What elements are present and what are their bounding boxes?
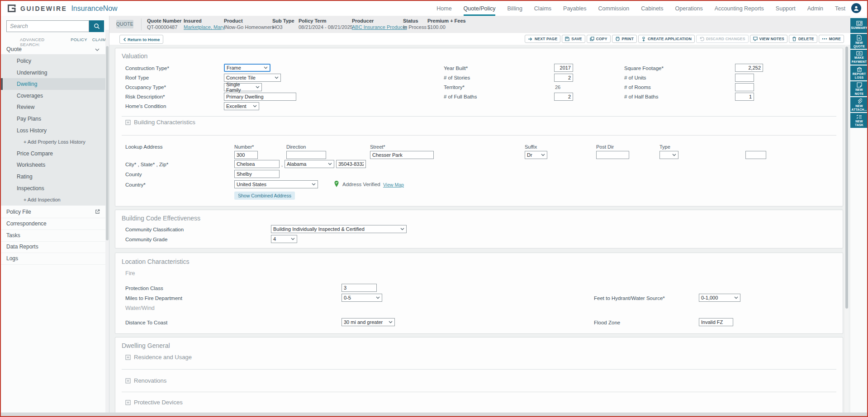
sidebar-item-underwriting[interactable]: Underwriting bbox=[1, 67, 105, 79]
new-quote-button[interactable]: NEW QUOTE bbox=[850, 34, 868, 49]
nav-cabinets[interactable]: Cabinets bbox=[641, 1, 663, 16]
building-characteristics-expander[interactable]: Building Characteristics bbox=[125, 119, 195, 126]
id-card-icon bbox=[856, 21, 863, 26]
nav-support[interactable]: Support bbox=[776, 1, 796, 16]
search-button[interactable] bbox=[89, 20, 104, 32]
sidebar-item-dwelling[interactable]: Dwelling bbox=[1, 78, 105, 90]
half-baths-input[interactable] bbox=[735, 93, 754, 101]
report-loss-button[interactable]: REPORT LOSS bbox=[850, 66, 868, 80]
content-scrollbar-thumb[interactable] bbox=[845, 47, 848, 309]
view-map-link[interactable]: View Map bbox=[383, 182, 404, 187]
state-select[interactable]: Alabama bbox=[285, 160, 334, 168]
nav-test[interactable]: Test bbox=[835, 1, 845, 16]
sidebar-item-tasks[interactable]: Tasks bbox=[1, 230, 109, 242]
occupancy-type-select[interactable]: Single Family bbox=[224, 83, 262, 91]
square-footage-input[interactable] bbox=[735, 64, 763, 72]
address-extra-input[interactable] bbox=[745, 151, 766, 159]
suffix-select[interactable]: Dr bbox=[525, 151, 547, 159]
nav-home[interactable]: Home bbox=[436, 1, 451, 16]
zip-input[interactable] bbox=[336, 160, 366, 168]
bottom-strip bbox=[1, 412, 867, 416]
sidebar-item-price-compare[interactable]: Price Compare bbox=[1, 148, 105, 159]
report-loss-icon bbox=[856, 67, 863, 72]
nav-quote-policy[interactable]: Quote/Policy bbox=[464, 1, 496, 16]
sidebar-item-add-property-loss-history[interactable]: + Add Property Loss History bbox=[1, 136, 105, 148]
sidebar-item-rating[interactable]: Rating bbox=[1, 171, 105, 183]
sidebar-item-correspondence[interactable]: Correspondence bbox=[1, 218, 109, 230]
sidebar-item-add-inspection[interactable]: + Add Inspection bbox=[1, 194, 105, 206]
stories-input[interactable] bbox=[554, 74, 573, 82]
community-classification-select[interactable]: Building Individually Inspected & Certif… bbox=[271, 225, 407, 233]
sidebar-scrollbar-thumb[interactable] bbox=[106, 46, 109, 240]
protective-devices-expander[interactable]: Protective Devices bbox=[125, 399, 183, 406]
make-payment-button[interactable]: MAKE PAYMENT bbox=[850, 50, 868, 65]
full-baths-input[interactable] bbox=[554, 93, 573, 101]
new-note-button[interactable]: NEW NOTE bbox=[850, 81, 868, 96]
discard-changes-button[interactable]: DISCARD CHANGES bbox=[696, 35, 749, 43]
view-notes-button[interactable]: VIEW NOTES bbox=[750, 35, 787, 43]
sidebar-item-inspections[interactable]: Inspections bbox=[1, 183, 105, 194]
roof-type-select[interactable]: Concrete Tile bbox=[224, 74, 281, 82]
print-button[interactable]: PRINT bbox=[612, 35, 637, 43]
feet-hydrant-select[interactable]: 0-1,000 bbox=[699, 294, 740, 302]
protection-class-input[interactable] bbox=[342, 284, 377, 292]
summary-button[interactable]: SUMMARY bbox=[850, 18, 868, 33]
sidebar-item-logs[interactable]: Logs bbox=[1, 253, 109, 265]
sidebar-item-loss-history[interactable]: Loss History bbox=[1, 125, 105, 136]
nav-payables[interactable]: Payables bbox=[563, 1, 586, 16]
community-grade-select[interactable]: 4 bbox=[271, 235, 297, 243]
save-button[interactable]: SAVE bbox=[562, 35, 585, 43]
nav-operations[interactable]: Operations bbox=[675, 1, 703, 16]
sidebar-item-coverages[interactable]: Coverages bbox=[1, 90, 105, 102]
street-input[interactable] bbox=[370, 151, 434, 159]
distance-to-coast-select[interactable]: 30 mi and greater bbox=[342, 318, 395, 326]
delete-button[interactable]: DELETE bbox=[789, 35, 817, 43]
divider bbox=[122, 116, 836, 117]
insured-link[interactable]: Marketplace, Mary bbox=[184, 24, 224, 30]
nav-billing[interactable]: Billing bbox=[507, 1, 522, 16]
search-input[interactable] bbox=[6, 20, 89, 32]
homes-condition-select[interactable]: Excellent bbox=[224, 102, 259, 110]
sidebar-item-pay-plans[interactable]: Pay Plans bbox=[1, 113, 105, 125]
sidebar-item-policy[interactable]: Policy bbox=[1, 55, 105, 67]
quote-info-bar: QUOTE Quote Number QT-00000487 Insured M… bbox=[109, 16, 850, 33]
nav-accounting-reports[interactable]: Accounting Reports bbox=[715, 1, 764, 16]
flood-zone-input[interactable] bbox=[699, 318, 733, 326]
nav-admin[interactable]: Admin bbox=[807, 1, 823, 16]
country-select[interactable]: United States bbox=[234, 180, 318, 188]
rooms-input[interactable] bbox=[735, 83, 754, 91]
sidebar-item-worksheets[interactable]: Worksheets bbox=[1, 159, 105, 171]
sidebar-item-review[interactable]: Review bbox=[1, 101, 105, 113]
units-input[interactable] bbox=[735, 74, 754, 82]
new-task-button[interactable]: NEW TASK bbox=[850, 113, 868, 128]
country-label: Country* bbox=[125, 182, 146, 187]
year-built-input[interactable] bbox=[554, 64, 573, 72]
sidebar-item-data-reports[interactable]: Data Reports bbox=[1, 241, 109, 253]
return-to-home-button[interactable]: Return to Home bbox=[119, 35, 163, 44]
new-attachment-button[interactable]: NEW ATTACH... bbox=[850, 97, 868, 112]
postdir-input[interactable] bbox=[596, 151, 629, 159]
sidebar-quote-header[interactable]: Quote bbox=[1, 45, 109, 55]
more-button[interactable]: MORE bbox=[819, 35, 844, 43]
next-page-button[interactable]: NEXT PAGE bbox=[525, 35, 560, 43]
county-input[interactable] bbox=[234, 170, 280, 178]
miles-fire-dept-select[interactable]: 0-5 bbox=[342, 294, 382, 302]
nav-commission[interactable]: Commission bbox=[598, 1, 629, 16]
nav-claims[interactable]: Claims bbox=[534, 1, 551, 16]
renovations-expander[interactable]: Renovations bbox=[125, 377, 166, 384]
content-scrollbar[interactable] bbox=[845, 45, 849, 413]
construction-type-select[interactable]: Frame bbox=[224, 64, 270, 72]
show-combined-address-button[interactable]: Show Combined Address bbox=[234, 192, 295, 200]
type-select[interactable] bbox=[659, 151, 678, 159]
sidebar-scrollbar[interactable] bbox=[105, 30, 109, 413]
city-input[interactable] bbox=[234, 160, 280, 168]
copy-button[interactable]: COPY bbox=[587, 35, 611, 43]
street-number-input[interactable] bbox=[234, 151, 258, 159]
risk-description-input[interactable] bbox=[224, 93, 296, 101]
user-avatar[interactable] bbox=[851, 3, 861, 13]
create-application-button[interactable]: CREATE APPLICATION bbox=[638, 35, 695, 43]
sidebar-item-policy-file[interactable]: Policy File bbox=[1, 206, 109, 218]
residence-and-usage-expander[interactable]: Residence and Usage bbox=[125, 354, 192, 361]
direction-input[interactable] bbox=[286, 151, 326, 159]
producer-link[interactable]: ABC Insurance Producer bbox=[352, 24, 407, 30]
